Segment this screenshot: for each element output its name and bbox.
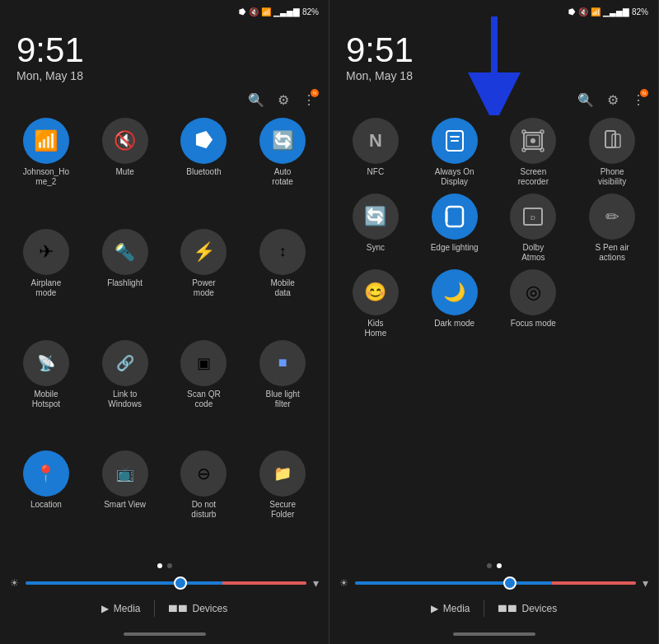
- right-panel: ⭓ 🔇 📶 ▁▃▅▇ 82% 9:51 Mon, May 18 🔍 ⚙ ⋮ N …: [330, 0, 659, 644]
- battery-status-left: 82%: [302, 7, 319, 16]
- tile-aod[interactable]: Always OnDisplay: [418, 118, 491, 187]
- flashlight-tile-label: Flashlight: [107, 278, 143, 288]
- signal-status-icon: ▁▃▅▇: [273, 7, 300, 16]
- r-devices-grid-icon: ⯀⯀: [498, 603, 517, 614]
- left-status-icons: ⭓ 🔇 📶 ▁▃▅▇ 82%: [239, 7, 319, 16]
- r-brightness-expand-icon[interactable]: ▾: [643, 576, 648, 590]
- dolby-svg: D: [521, 205, 544, 228]
- bluelight-tile-icon: ■: [259, 340, 306, 386]
- left-dots: [0, 558, 329, 573]
- kidshome-tile-icon: 😊: [353, 269, 399, 315]
- donotdisturb-tile-icon: ⊖: [180, 450, 227, 497]
- left-brightness-row[interactable]: ☀ ▾: [0, 573, 329, 593]
- right-nav-pill: [453, 632, 535, 636]
- tile-location[interactable]: 📍 Location: [10, 450, 82, 555]
- sync-tile-icon: 🔄: [353, 194, 399, 240]
- securefolder-tile-icon: 📁: [259, 450, 306, 497]
- edgelighting-tile-label: Edge lighting: [431, 243, 479, 253]
- tile-linktowindows[interactable]: 🔗 Link toWindows: [89, 340, 161, 445]
- tile-screenrecorder[interactable]: Screenrecorder: [498, 118, 570, 187]
- focusmode-tile-label: Focus mode: [511, 319, 556, 329]
- tile-donotdisturb[interactable]: ⊖ Do notdisturb: [168, 450, 241, 555]
- left-panel: ⭓ 🔇 📶 ▁▃▅▇ 82% 9:51 Mon, May 18 🔍 ⚙ ⋮ N …: [0, 0, 330, 644]
- mute-tile-label: Mute: [116, 167, 134, 177]
- spen-tile-icon: ✏: [589, 194, 635, 240]
- right-more-button[interactable]: ⋮ N: [632, 92, 645, 108]
- autorotate-tile-icon: 🔄: [259, 118, 306, 164]
- autorotate-tile-label: Autorotate: [272, 167, 293, 187]
- tile-spen[interactable]: ✏ S Pen airactions: [576, 194, 648, 263]
- location-tile-icon: 📍: [23, 450, 69, 497]
- left-more-button[interactable]: ⋮ N: [302, 92, 315, 108]
- right-bottom-bar: ▶ Media ⯀⯀ Devices: [330, 593, 658, 628]
- tile-wifi[interactable]: 📶 Johnson_Home_2: [10, 118, 82, 222]
- tile-nfc[interactable]: N NFC: [339, 118, 412, 187]
- brightness-slider[interactable]: [26, 581, 306, 585]
- screenrecorder-tile-icon: [510, 118, 556, 164]
- media-label: Media: [114, 603, 141, 614]
- r-brightness-thumb: [503, 576, 516, 590]
- left-media-button[interactable]: ▶ Media: [88, 600, 154, 618]
- tile-mobiledata[interactable]: ↕ Mobiledata: [246, 229, 319, 334]
- left-time: 9:51: [16, 33, 312, 68]
- tile-scanqr[interactable]: ▣ Scan QRcode: [168, 340, 241, 445]
- spen-tile-label: S Pen airactions: [596, 243, 629, 263]
- left-tile-grid: 📶 Johnson_Home_2 🔇 Mute ⭓ Bluetooth 🔄 Au…: [0, 114, 329, 558]
- right-search-button[interactable]: 🔍: [577, 92, 594, 108]
- tile-edgelighting[interactable]: Edge lighting: [418, 194, 491, 263]
- tile-bluelight[interactable]: ■ Blue lightfilter: [246, 340, 319, 445]
- tile-phonevisibility[interactable]: Phonevisibility: [576, 118, 648, 187]
- brightness-expand-icon[interactable]: ▾: [313, 576, 319, 590]
- kidshome-tile-label: KidsHome: [365, 319, 387, 338]
- phonevis-svg: [601, 129, 624, 152]
- svg-rect-13: [605, 131, 615, 147]
- mute-tile-icon: 🔇: [102, 118, 148, 164]
- mobiledata-tile-label: Mobiledata: [270, 278, 294, 298]
- tile-darkmode[interactable]: 🌙 Dark mode: [418, 269, 491, 338]
- airplane-tile-label: Airplanemode: [31, 278, 62, 298]
- tile-bluetooth[interactable]: ⭓ Bluetooth: [168, 118, 241, 222]
- tile-securefolder[interactable]: 📁 SecureFolder: [246, 450, 319, 555]
- svg-text:D: D: [530, 214, 535, 222]
- r-mute-icon: 🔇: [578, 7, 588, 16]
- r-brightness-slider[interactable]: [355, 581, 636, 585]
- tile-sync[interactable]: 🔄 Sync: [339, 194, 412, 263]
- right-brightness-row[interactable]: ☀ ▾: [330, 573, 658, 593]
- tile-kidshome[interactable]: 😊 KidsHome: [339, 269, 412, 338]
- hotspot-tile-label: MobileHotspot: [32, 390, 60, 409]
- dolby-tile-label: DolbyAtmos: [521, 243, 544, 263]
- right-media-button[interactable]: ▶ Media: [418, 600, 484, 618]
- dot-1: [157, 563, 162, 568]
- tile-mute[interactable]: 🔇 Mute: [89, 118, 161, 222]
- r-dot-2: [497, 563, 502, 568]
- right-settings-button[interactable]: ⚙: [607, 92, 619, 108]
- tile-autorotate[interactable]: 🔄 Autorotate: [246, 118, 319, 222]
- left-time-section: 9:51 Mon, May 18: [0, 20, 329, 86]
- nfc-tile-label: NFC: [367, 167, 385, 177]
- tile-smartview[interactable]: 📺 Smart View: [89, 450, 161, 555]
- left-date: Mon, May 18: [16, 69, 312, 82]
- tile-dolby[interactable]: D DolbyAtmos: [498, 194, 570, 263]
- empty-tile-icon: [589, 269, 635, 315]
- tile-focusmode[interactable]: ◎ Focus mode: [498, 269, 570, 338]
- svg-marker-2: [474, 74, 515, 111]
- mute-status-icon: 🔇: [249, 7, 259, 16]
- tile-flashlight[interactable]: 🔦 Flashlight: [89, 229, 161, 334]
- tile-hotspot[interactable]: 📡 MobileHotspot: [10, 340, 82, 445]
- left-devices-button[interactable]: ⯀⯀ Devices: [155, 600, 241, 618]
- wifi-tile-icon: 📶: [23, 118, 69, 164]
- r-brightness-low-icon: ☀: [339, 577, 348, 589]
- blue-arrow-icon: [461, 16, 527, 115]
- left-search-button[interactable]: 🔍: [248, 92, 264, 108]
- aod-svg: [443, 129, 466, 152]
- tile-airplane[interactable]: ✈ Airplanemode: [10, 229, 82, 334]
- devices-label: Devices: [193, 603, 228, 614]
- left-settings-button[interactable]: ⚙: [278, 92, 289, 108]
- phonevisibility-tile-label: Phonevisibility: [598, 167, 626, 187]
- bluetooth-tile-label: Bluetooth: [186, 167, 221, 177]
- left-toolbar: 🔍 ⚙ ⋮ N: [0, 86, 329, 114]
- screenrecorder-tile-label: Screenrecorder: [518, 167, 549, 187]
- tile-powermode[interactable]: ⚡ Powermode: [168, 229, 241, 334]
- right-devices-button[interactable]: ⯀⯀ Devices: [484, 600, 571, 618]
- arrow-annotation: [461, 16, 527, 119]
